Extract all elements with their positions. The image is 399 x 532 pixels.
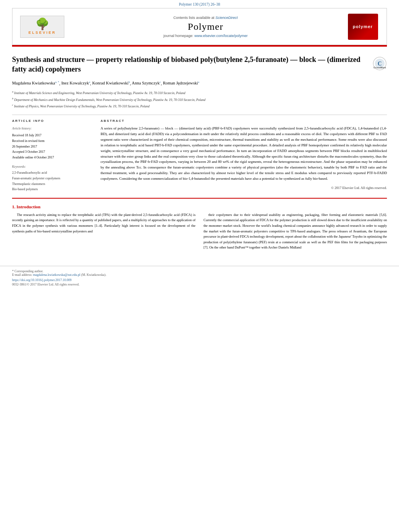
authors-line: Magdalena Kwiatkowskaa, *, Inez Kowalczy… (12, 80, 387, 86)
email-link[interactable]: magdalena.kwiatkowska@zut.edu.pl (33, 273, 80, 277)
intro-left-para: The research activity aiming to replace … (12, 212, 195, 234)
journal-header-center: Contents lists available at ScienceDirec… (66, 16, 345, 38)
copyright-line: © 2017 Elsevier Ltd. All rights reserved… (101, 186, 387, 190)
footer: * Corresponding author. E-mail address: … (0, 266, 399, 290)
main-content: Synthesis and structure — property relat… (0, 47, 399, 258)
polymer-icon: polymer (348, 14, 378, 40)
crossmark-icon: C CrossMark (372, 56, 387, 71)
journal-link-bar: Polymer 130 (2017) 26–38 (0, 0, 399, 8)
logo-image: 🌳 ELSEVIER (20, 16, 64, 38)
author-3: Konrad Kwiatkowskib (92, 81, 130, 85)
affiliations: a Institute of Materials Science and Eng… (12, 90, 387, 109)
keyword-1: 2,5-Furandicarboxylic acid (12, 170, 93, 176)
bottom-divider (12, 198, 387, 199)
intro-right-col: their copolymers due to their widespread… (204, 212, 387, 254)
author-1: Magdalena Kwiatkowskaa, * (12, 81, 59, 85)
sciencedirect-link[interactable]: ScienceDirect (216, 16, 238, 20)
abstract-col: ABSTRACT A series of poly(butylene 2,5-f… (101, 119, 387, 192)
article-history: Article history: Received 18 July 2017 R… (12, 126, 93, 160)
elsevier-logo: 🌳 ELSEVIER (20, 16, 64, 38)
abstract-header: ABSTRACT (101, 119, 387, 123)
author-2: Inez Kowalczyka (61, 81, 90, 85)
accepted-date: Accepted 3 October 2017 (12, 149, 93, 155)
svg-text:C: C (378, 61, 382, 67)
article-info-col: ARTICLE INFO Article history: Received 1… (12, 119, 93, 192)
intro-body: The research activity aiming to replace … (12, 212, 387, 254)
revised-date: 26 September 2017 (12, 144, 93, 150)
article-title: Synthesis and structure — property relat… (12, 55, 372, 74)
elsevier-logo-area: 🌳 ELSEVIER (18, 16, 66, 38)
doi-line[interactable]: https://doi.org/10.1016/j.polymer.2017.1… (12, 278, 387, 282)
tree-icon: 🌳 (35, 18, 49, 30)
available-date: Available online 4 October 2017 (12, 155, 93, 160)
homepage-link[interactable]: www.elsevier.com/locate/polymer (194, 34, 248, 38)
journal-name: Polymer (66, 21, 345, 32)
journal-header: 🌳 ELSEVIER Contents lists available at S… (12, 8, 387, 45)
article-info-header: ARTICLE INFO (12, 119, 93, 123)
history-label: Article history: (12, 126, 93, 131)
keywords-label: Keywords: (12, 165, 93, 168)
author-5: Roman Jędrzejewskia (163, 81, 199, 85)
section-divider-1 (12, 115, 387, 115)
issn-line: 0032-3861/© 2017 Elsevier Ltd. All right… (12, 283, 387, 286)
keyword-4: Bio-based polymers (12, 187, 93, 192)
intro-title: 1. Introduction (12, 204, 387, 209)
homepage-line: journal homepage: www.elsevier.com/locat… (66, 34, 345, 38)
keyword-2: Furan-aromatic polyester copolymers (12, 176, 93, 181)
received-revised-label: Received in revised form (12, 138, 93, 144)
polymer-logo-area: polymer (345, 12, 381, 41)
contents-line: Contents lists available at ScienceDirec… (66, 16, 345, 20)
polymer-brand-text: polymer (353, 24, 373, 29)
email-line: E-mail address: magdalena.kwiatkowska@zu… (12, 273, 387, 277)
affiliation-b: b Department of Mechanics and Machine De… (12, 97, 387, 103)
keyword-3: Thermoplastic elastomers (12, 181, 93, 187)
corresponding-note: * Corresponding author. (12, 269, 387, 273)
journal-citation: Polymer 130 (2017) 26–38 (179, 2, 220, 6)
abstract-text: A series of poly(butylene 2,5-furanoate)… (101, 126, 387, 182)
affiliation-a: a Institute of Materials Science and Eng… (12, 90, 387, 96)
svg-text:CrossMark: CrossMark (373, 66, 386, 69)
keywords-section: Keywords: 2,5-Furandicarboxylic acid Fur… (12, 165, 93, 192)
introduction-section: 1. Introduction The research activity ai… (12, 204, 387, 254)
article-info-abstract: ARTICLE INFO Article history: Received 1… (12, 119, 387, 192)
intro-right-para: their copolymers due to their widespread… (204, 212, 387, 251)
author-4: Anna Szymczykc (132, 81, 161, 85)
page-wrapper: Polymer 130 (2017) 26–38 🌳 ELSEVIER Cont… (0, 0, 399, 290)
elsevier-wordmark: ELSEVIER (29, 31, 56, 35)
received-date: Received 18 July 2017 (12, 133, 93, 138)
article-title-area: Synthesis and structure — property relat… (12, 55, 387, 74)
intro-left-col: The research activity aiming to replace … (12, 212, 195, 254)
affiliation-c: c Institute of Physics, West Pomeranian … (12, 103, 387, 109)
